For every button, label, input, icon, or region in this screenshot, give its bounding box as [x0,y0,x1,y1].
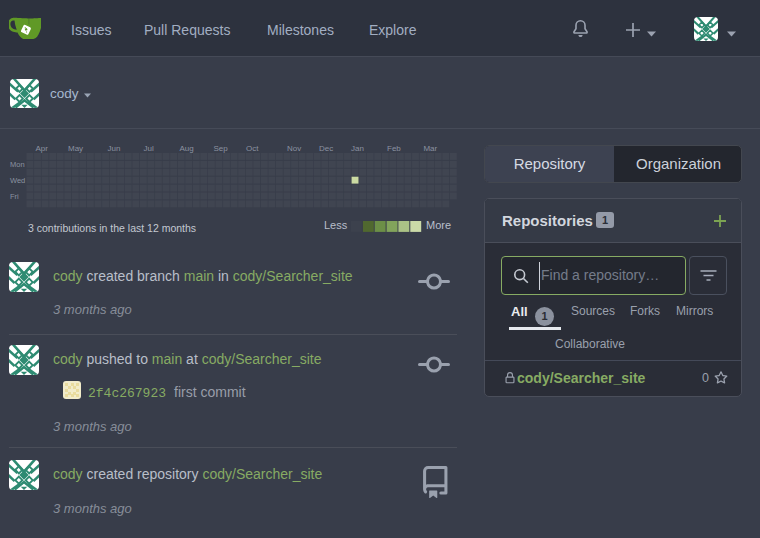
svg-text:Nov: Nov [287,144,301,153]
svg-text:Aug: Aug [180,144,194,153]
svg-text:Jul: Jul [144,144,154,153]
svg-text:Wed: Wed [10,176,25,185]
svg-text:Feb: Feb [387,144,401,153]
svg-text:Apr: Apr [36,144,49,153]
svg-text:Mar: Mar [423,144,437,153]
svg-text:Mon: Mon [10,160,25,169]
svg-text:Sep: Sep [214,144,229,153]
svg-text:Jan: Jan [351,144,364,153]
svg-text:Dec: Dec [319,144,333,153]
svg-text:Jun: Jun [108,144,121,153]
svg-text:Oct: Oct [246,144,259,153]
svg-text:Fri: Fri [10,192,19,201]
svg-text:May: May [68,144,83,153]
